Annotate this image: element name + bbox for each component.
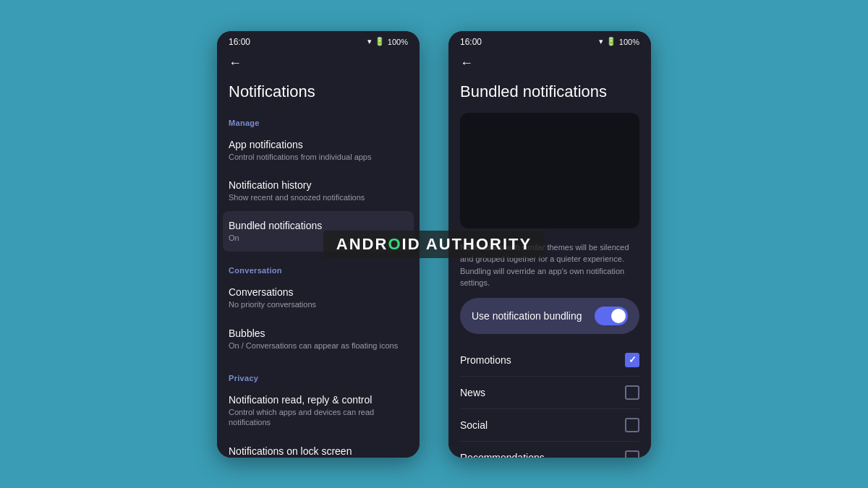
checkbox-social-label: Social [460,419,488,431]
checkbox-social-row[interactable]: Social [460,409,639,442]
left-screen-content: Notifications Manage App notifications C… [217,77,420,458]
left-item-conversations[interactable]: Conversations No priority conversations [229,278,408,318]
right-page-title: Bundled notifications [460,77,639,113]
right-back-arrow[interactable]: ← [460,56,473,70]
phones-wrapper: ANDROID AUTHORITY 16:00 ▾ 🔋 100% ← Notif… [217,31,651,458]
bundling-toggle[interactable] [595,307,628,325]
battery-percent: 100% [388,38,408,46]
right-phone: 16:00 ▾ 🔋 100% ← Bundled notifications N… [448,31,651,458]
right-screen-content: Bundled notifications Notifications with… [448,77,651,458]
left-item-notif-read[interactable]: Notification read, reply & control Contr… [229,385,408,437]
checkbox-promotions-label: Promotions [460,354,511,366]
right-status-icons: ▾ 🔋 100% [599,37,639,46]
right-wifi-icon: ▾ [599,37,603,46]
left-back-bar: ← [217,50,420,77]
checkbox-news-label: News [460,387,485,398]
left-page-title: Notifications [229,77,408,113]
checkbox-news[interactable] [625,385,639,400]
left-section-manage: Manage [229,113,408,130]
checkbox-promotions[interactable] [625,353,639,367]
checkbox-recommendations-label: Recommendations [460,452,545,458]
checkbox-social[interactable] [625,418,639,432]
left-item-lock-screen[interactable]: Notifications on lock screen Show conver… [229,437,408,458]
checkbox-recommendations[interactable] [625,450,639,458]
left-section-privacy: Privacy [229,368,408,385]
left-item-notification-history[interactable]: Notification history Show recent and sno… [229,171,408,211]
toggle-label: Use notification bundling [472,310,582,322]
battery-icon: 🔋 [375,37,385,46]
right-back-bar: ← [448,50,651,77]
checkbox-recommendations-row[interactable]: Recommendations [460,442,639,458]
left-section-conversation: Conversation [229,260,408,278]
left-item-bundled-notifications[interactable]: Bundled notifications On [223,211,414,252]
left-status-icons: ▾ 🔋 100% [367,37,408,46]
left-item-app-notifications[interactable]: App notifications Control notifications … [229,130,408,171]
use-notification-bundling-row[interactable]: Use notification bundling [460,298,639,334]
right-status-bar: 16:00 ▾ 🔋 100% [448,31,651,50]
left-phone: 16:00 ▾ 🔋 100% ← Notifications Manage Ap… [217,31,420,458]
preview-box [460,113,639,228]
wifi-icon: ▾ [367,37,372,46]
right-status-time: 16:00 [460,37,482,47]
left-item-bubbles[interactable]: Bubbles On / Conversations can appear as… [229,319,408,359]
right-battery-icon: 🔋 [606,37,616,46]
right-battery-percent: 100% [619,38,639,46]
checkbox-promotions-row[interactable]: Promotions [460,344,639,377]
left-status-bar: 16:00 ▾ 🔋 100% [217,31,420,50]
checkbox-news-row[interactable]: News [460,377,639,409]
bundling-description: Notifications with similar themes will b… [460,236,639,298]
left-status-time: 16:00 [229,37,250,47]
left-back-arrow[interactable]: ← [229,56,242,70]
